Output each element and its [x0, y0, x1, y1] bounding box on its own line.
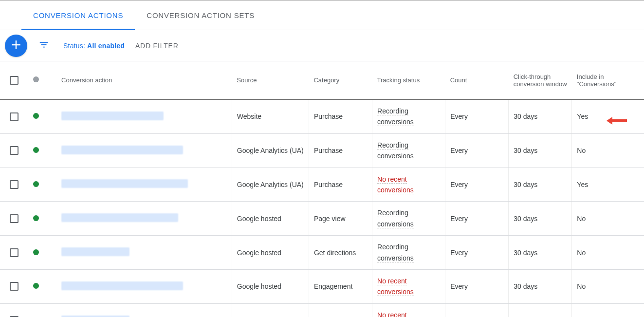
status-filter-chip[interactable]: Status: All enabled: [63, 42, 125, 50]
table-row[interactable]: WebsitePurchaseRecording conversionsEver…: [0, 99, 644, 133]
tab-conversion-actions[interactable]: CONVERSION ACTIONS: [21, 1, 135, 30]
cell-source: Google hosted: [232, 236, 309, 270]
cell-window: 30 days: [509, 303, 572, 317]
cell-window: 30 days: [509, 99, 572, 133]
table-row[interactable]: Google hostedEngagementNo recent convers…: [0, 269, 644, 303]
tab-conversion-action-sets[interactable]: CONVERSION ACTION SETS: [135, 1, 266, 30]
status-dot-icon: [33, 249, 39, 255]
cell-tracking-status: No recent conversions: [372, 303, 445, 317]
col-source[interactable]: Source: [232, 61, 309, 99]
status-label: Status:: [63, 42, 87, 50]
cell-count: Every: [445, 133, 509, 168]
plus-icon: [9, 37, 23, 54]
cell-source: Google Analytics (UA): [232, 133, 309, 168]
cell-source: Website: [232, 99, 309, 133]
row-checkbox[interactable]: [10, 180, 18, 189]
conversions-table: Conversion action Source Category Tracki…: [0, 61, 644, 317]
cell-source: Google hosted: [232, 269, 309, 303]
status-dot-icon: [33, 113, 39, 119]
table-row[interactable]: Google hostedPage viewRecording conversi…: [0, 202, 644, 236]
conversion-action-name[interactable]: [61, 112, 164, 120]
cell-count: Every: [445, 303, 509, 317]
row-checkbox[interactable]: [10, 282, 18, 291]
cell-include: No: [572, 303, 630, 317]
cell-include: No: [572, 236, 630, 270]
col-tracking-status[interactable]: Tracking status: [372, 61, 445, 99]
cell-source: Google Analytics (UA): [232, 168, 309, 202]
cell-include: Yes: [572, 99, 630, 133]
col-category[interactable]: Category: [309, 61, 372, 99]
cell-count: Every: [445, 99, 509, 133]
table-row[interactable]: Google hostedGet directionsRecording con…: [0, 236, 644, 270]
cell-tracking-status: Recording conversions: [372, 202, 445, 236]
cell-window: 30 days: [509, 236, 572, 270]
conversion-action-name[interactable]: [61, 281, 183, 290]
cell-include: No: [572, 202, 630, 236]
add-filter-button[interactable]: ADD FILTER: [135, 42, 179, 50]
cell-tracking-status: No recent conversions: [372, 269, 445, 303]
cell-category: Page view: [309, 202, 372, 236]
cell-count: Every: [445, 168, 509, 202]
conversion-action-name[interactable]: [61, 247, 129, 256]
table-row[interactable]: Google Analytics (UA)PurchaseNo recent c…: [0, 168, 644, 202]
conversion-action-name[interactable]: [61, 179, 188, 188]
cell-count: Every: [445, 202, 509, 236]
row-checkbox[interactable]: [10, 248, 18, 257]
col-count[interactable]: Count: [445, 61, 509, 99]
cell-category: Purchase: [309, 168, 372, 202]
col-include[interactable]: Include in "Conversions": [572, 61, 630, 99]
filter-button[interactable]: [34, 36, 54, 56]
row-checkbox[interactable]: [10, 146, 18, 155]
cell-source: Google hosted: [232, 303, 309, 317]
cell-category: Purchase: [309, 133, 372, 168]
cell-count: Every: [445, 269, 509, 303]
cell-category: Purchase: [309, 99, 372, 133]
cell-source: Google hosted: [232, 202, 309, 236]
conversion-action-name[interactable]: [61, 316, 129, 317]
status-dot-icon: [33, 283, 39, 289]
toolbar: Status: All enabled ADD FILTER: [0, 30, 644, 61]
conversion-action-name[interactable]: [61, 146, 183, 154]
cell-count: Every: [445, 236, 509, 270]
cell-window: 30 days: [509, 168, 572, 202]
cell-include: No: [572, 269, 630, 303]
cell-tracking-status: Recording conversions: [372, 133, 445, 168]
filter-icon: [38, 39, 49, 52]
table-row[interactable]: Google Analytics (UA)PurchaseRecording c…: [0, 133, 644, 168]
conversion-action-name[interactable]: [61, 213, 178, 222]
status-dot-icon: [33, 181, 39, 187]
row-checkbox[interactable]: [10, 112, 18, 121]
cell-category: Contact: [309, 303, 372, 317]
cell-category: Engagement: [309, 269, 372, 303]
cell-tracking-status: No recent conversions: [372, 168, 445, 202]
status-dot-icon[interactable]: [33, 76, 39, 82]
col-conversion-action[interactable]: Conversion action: [56, 61, 232, 99]
tabs-container: CONVERSION ACTIONS CONVERSION ACTION SET…: [0, 1, 644, 30]
table-row[interactable]: Google hostedContactNo recent conversion…: [0, 303, 644, 317]
col-click-through[interactable]: Click-through conversion window: [509, 61, 572, 99]
status-dot-icon: [33, 215, 39, 221]
cell-category: Get directions: [309, 236, 372, 270]
cell-window: 30 days: [509, 269, 572, 303]
cell-window: 30 days: [509, 202, 572, 236]
select-all-checkbox[interactable]: [10, 76, 18, 85]
cell-tracking-status: Recording conversions: [372, 99, 445, 133]
row-checkbox[interactable]: [10, 214, 18, 223]
add-button[interactable]: [5, 35, 27, 57]
status-dot-icon: [33, 147, 39, 153]
cell-window: 30 days: [509, 133, 572, 168]
cell-tracking-status: Recording conversions: [372, 236, 445, 270]
cell-include: Yes: [572, 168, 630, 202]
cell-include: No: [572, 133, 630, 168]
table-header-row: Conversion action Source Category Tracki…: [0, 61, 644, 99]
status-value: All enabled: [87, 42, 125, 50]
